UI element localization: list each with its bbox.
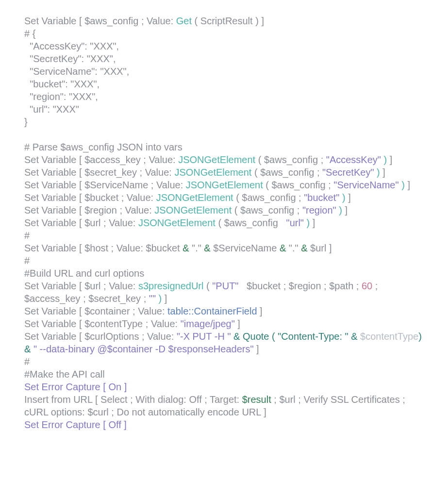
code-text: ( $aws_config ; [233,192,304,203]
code-text: "." [189,243,204,253]
string-literal: "region" [302,205,336,215]
code-text: ) [336,205,345,215]
function-name: JSONGetElement [178,154,255,165]
code-text: ] [390,154,393,165]
code-text: Set Variable [ $region ; Value: [24,205,154,215]
string-literal: "Content-Type: " [278,331,348,342]
string-literal: "image/jpeg" [181,318,235,329]
code-text: $ServiceName [211,243,280,253]
operator: & [231,331,243,342]
code-text: ( $aws_config ; [232,205,302,215]
comment-line: #Make the API call [24,369,105,380]
code-text: ( ScriptResult ) ] [192,16,264,26]
comment-line: "SecretKey": "XXX", [24,53,116,64]
function-name: JSONGetElement [186,180,263,190]
code-text: ] [348,192,351,203]
comment-line: "bucket": "XXX", [24,79,100,89]
string-literal: "url" [286,217,304,228]
code-text: ) [304,217,313,228]
code-text: ) [418,331,422,342]
code-text: ) [381,154,390,165]
code-text: ] [235,318,240,329]
variable-ref: $result [242,394,271,405]
code-text: ) [374,167,382,178]
operator: & [183,243,189,253]
variable-ref: $contentType [360,331,418,342]
script-step: [ Off ] [103,419,127,430]
code-text: ( $aws_config ; [255,154,326,165]
code-text: ( $aws_config ; [251,167,322,178]
code-text: Set Variable [ $secret_key ; Value: [24,167,174,178]
code-text: ( $aws_config [216,217,286,228]
comment-line: # Parse $aws_config JSON into vars [24,142,183,152]
code-text: Set Variable [ $contentType ; Value: [24,318,181,329]
function-name: Get [176,16,192,26]
code-text: Set Variable [ $access_key ; Value: [24,154,178,165]
code-text: ] [257,306,263,316]
code-text: ] [345,205,348,215]
code-text: $url ] [308,243,332,253]
code-text: ) [399,180,408,190]
comment-line: "url": "XXX" [24,104,79,115]
function-name: JSONGetElement [138,217,216,228]
code-text: Set Variable [ $url ; Value: [24,217,138,228]
code-text: ( [269,331,278,342]
string-literal: "AccessKey" [326,154,381,165]
string-literal: " --data-binary @$container -D $response… [33,344,254,354]
script-code-block: Set Variable [ $aws_config ; Value: Get … [0,0,448,446]
number-literal: 60 [362,281,372,291]
comment-line: #Build URL and curl options [24,268,144,279]
code-text: ] [407,180,410,190]
code-text: "." [286,243,301,253]
operator: & [204,243,210,253]
function-name: JSONGetElement [154,205,232,215]
code-text: Set Variable [ $bucket ; Value: [24,192,156,203]
string-literal: "PUT" [212,281,238,291]
comment-line: # [24,255,30,266]
code-text: Set Variable [ $host ; Value: $bucket [24,243,183,253]
comment-line: "region": "XXX", [24,91,98,102]
script-step: Set Error Capture [24,419,103,430]
comment-line: } [24,116,28,127]
code-text: ( [203,281,212,291]
operator: & [280,243,286,253]
code-text: ] [165,293,167,304]
string-literal: "SecretKey" [322,167,374,178]
function-name: s3presignedUrl [138,281,204,291]
code-text: ] [382,167,385,178]
comment-line: "AccessKey": "XXX", [24,41,119,51]
script-step: Set Error Capture [24,381,103,392]
comment-line: # [24,356,30,367]
code-text: ( $aws_config ; [263,180,334,190]
code-text: ) [156,293,165,304]
code-text: $bucket ; $region ; $path ; [238,281,362,291]
comment-line: "ServiceName": "XXX", [24,66,129,77]
code-text: Set Variable [ $url ; Value: [24,281,138,291]
operator: & [301,243,307,253]
comment-line: # [24,230,30,241]
code-text: Set Variable [ $curlOptions ; Value: [24,331,177,342]
code-text: Set Variable [ $ServiceName ; Value: [24,180,186,190]
function-name: JSONGetElement [156,192,233,203]
code-text: ] [254,344,259,354]
code-text: Set Variable [ $aws_config ; Value: [24,16,176,26]
code-text: Insert from URL [ Select ; With dialog: … [24,394,242,405]
code-text: ] [313,217,315,228]
function-name: Quote [243,331,269,342]
operator: & [348,331,360,342]
string-literal: "-X PUT -H " [177,331,231,342]
script-step: [ On ] [103,381,127,392]
string-literal: "ServiceName" [333,180,398,190]
code-text: Set Variable [ $container ; Value: [24,306,167,316]
comment-line: # { [24,28,35,39]
field-reference: table::ContainerField [167,306,257,316]
code-text: ) [339,192,348,203]
string-literal: "bucket" [304,192,339,203]
string-literal: "" [149,293,156,304]
function-name: JSONGetElement [174,167,251,178]
